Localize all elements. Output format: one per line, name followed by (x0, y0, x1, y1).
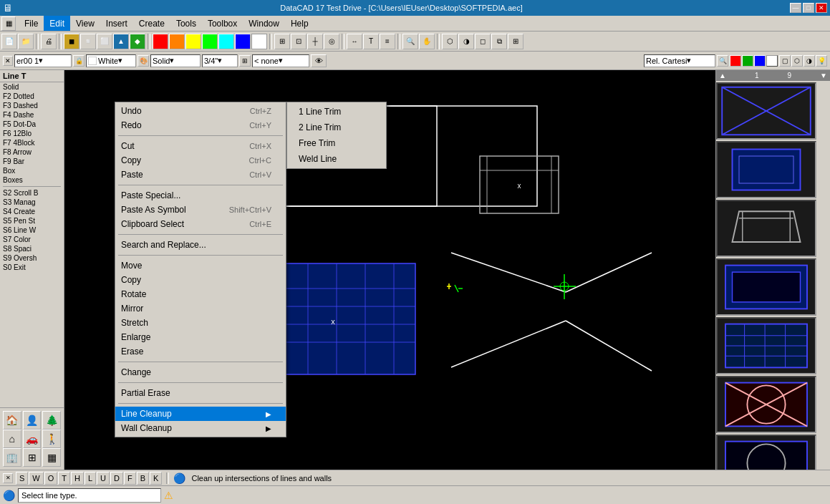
lp-item-s3[interactable]: S3 Manag (0, 198, 64, 207)
lp-item-box[interactable]: Box (0, 166, 64, 175)
rp-thumb-1[interactable] (716, 82, 816, 140)
kbd-o[interactable]: O (44, 472, 58, 485)
menu-search-replace[interactable]: Search and Replace... (115, 238, 286, 252)
tb-grid-btn[interactable]: ⊞ (274, 34, 290, 49)
menu-window[interactable]: Window (243, 16, 285, 31)
person-icon[interactable]: 👤 (23, 411, 42, 430)
tb-color-2[interactable] (169, 34, 185, 49)
kbd-u[interactable]: U (97, 472, 110, 485)
lp-item-s2[interactable]: S2 Scroll B (0, 188, 64, 198)
kbd-h[interactable]: H (71, 472, 84, 485)
tb-btn-1[interactable]: ◼ (64, 34, 79, 49)
block-icon[interactable]: ▦ (42, 448, 61, 467)
3d-view-btn[interactable]: ⬡ (791, 55, 803, 67)
rp-thumb-3[interactable] (716, 200, 816, 257)
rp-thumb-2[interactable] (716, 141, 816, 198)
menu-create[interactable]: Create (133, 16, 170, 31)
menu-copy-1[interactable]: Copy Ctrl+C (115, 153, 286, 168)
tb-color-3[interactable] (185, 34, 201, 49)
menu-paste-special[interactable]: Paste Special... (115, 188, 286, 203)
kbd-t[interactable]: T (58, 472, 70, 485)
tree-icon[interactable]: 🌲 (42, 411, 61, 430)
layer-combo[interactable]: er00 1 ▾ (14, 54, 72, 67)
minimize-btn[interactable]: — (790, 3, 801, 13)
menu-line-cleanup[interactable]: Line Cleanup ▶ (115, 407, 286, 421)
lp-item-solid[interactable]: Solid (0, 82, 64, 92)
sub-free-trim[interactable]: Free Trim (287, 135, 386, 151)
edit-dropdown-menu[interactable]: Undo Ctrl+Z Redo Ctrl+Y Cut Ctrl+X (115, 102, 286, 437)
line-cleanup-submenu[interactable]: 1 Line Trim 2 Line Trim Free Trim Weld L… (286, 102, 387, 169)
kbd-l[interactable]: L (85, 472, 96, 485)
lp-item-f5[interactable]: F5 Dot-Da (0, 120, 64, 129)
tb-btn-3[interactable]: ⬜ (97, 34, 112, 49)
light-btn[interactable]: 💡 (816, 55, 827, 67)
sub-2line-trim[interactable]: 2 Line Trim (287, 120, 386, 135)
pal-4[interactable] (766, 55, 778, 67)
color-combo[interactable]: White ▾ (86, 54, 136, 67)
menu-undo[interactable]: Undo Ctrl+Z (115, 104, 286, 118)
coord-search-btn[interactable]: 🔍 (717, 55, 728, 67)
kbd-f[interactable]: F (124, 472, 136, 485)
car-icon[interactable]: 🚗 (23, 430, 42, 448)
tb-btn-5[interactable]: ◆ (130, 34, 145, 49)
menu-stretch[interactable]: Stretch (115, 316, 286, 330)
menu-cut[interactable]: Cut Ctrl+X (115, 139, 286, 153)
menu-enlarge[interactable]: Enlarge (115, 330, 286, 344)
tb-render-btn[interactable]: ◑ (458, 34, 474, 49)
tb-btn-2[interactable]: ◽ (80, 34, 96, 49)
layer-lock-btn[interactable]: 🔒 (73, 55, 85, 67)
eye-icon[interactable]: 👁 (311, 54, 327, 67)
linescale-btn[interactable]: ⊞ (239, 55, 251, 67)
menu-insert[interactable]: Insert (100, 16, 133, 31)
menu-view[interactable]: View (70, 16, 100, 31)
tb-polar-btn[interactable]: ◎ (324, 34, 339, 49)
render-view-btn[interactable]: ◑ (804, 55, 815, 67)
kbd-k[interactable]: K (150, 472, 162, 485)
kbd-b[interactable]: B (137, 472, 149, 485)
kbd-w[interactable]: W (29, 472, 43, 485)
rp-thumb-7[interactable] (716, 435, 816, 470)
canvas-area[interactable]: x x (64, 70, 715, 470)
lp-item-boxes[interactable]: Boxes (0, 175, 64, 185)
lp-item-f6[interactable]: F6 12Blo (0, 129, 64, 138)
tb-extra-3[interactable]: ⊞ (508, 34, 523, 49)
lp-item-s7[interactable]: S7 Color (0, 235, 64, 244)
lp-item-s4[interactable]: S4 Create (0, 207, 64, 216)
open-btn[interactable]: 📁 (18, 34, 34, 49)
menu-mirror[interactable]: Mirror (115, 301, 286, 316)
color-picker-icon[interactable]: 🎨 (137, 55, 149, 67)
pal-2[interactable] (742, 55, 753, 67)
lp-item-f9[interactable]: F9 Bar (0, 157, 64, 166)
sub-1line-trim[interactable]: 1 Line Trim (287, 104, 386, 120)
build-icon[interactable]: 🏢 (3, 448, 21, 467)
tb-color-5[interactable] (218, 34, 234, 49)
menu-paste-symbol[interactable]: Paste As Symbol Shift+Ctrl+V (115, 203, 286, 217)
person2-icon[interactable]: 🚶 (42, 430, 61, 448)
lp-item-s5[interactable]: S5 Pen St (0, 216, 64, 226)
kbd-d[interactable]: D (110, 472, 123, 485)
menu-erase[interactable]: Erase (115, 344, 286, 359)
lp-item-f3[interactable]: F3 Dashed (0, 101, 64, 110)
menu-paste[interactable]: Paste Ctrl+V (115, 168, 286, 182)
lp-item-f8[interactable]: F8 Arrow (0, 147, 64, 157)
stairs-icon[interactable]: ⌂ (3, 430, 21, 448)
rp-thumb-5[interactable] (716, 317, 816, 374)
menu-help[interactable]: Help (285, 16, 314, 31)
menu-file[interactable]: File (19, 16, 44, 31)
rp-thumb-6[interactable] (716, 376, 816, 433)
new-btn[interactable]: 📄 (1, 34, 17, 49)
tb-dim-btn[interactable]: ↔ (347, 34, 362, 49)
tb-text-btn[interactable]: T (363, 34, 379, 49)
tb-extra-1[interactable]: ◻ (475, 34, 491, 49)
menu-change[interactable]: Change (115, 365, 286, 379)
tb-color-4[interactable] (202, 34, 218, 49)
tb-hatch-btn[interactable]: ≡ (380, 34, 395, 49)
kbd-s[interactable]: S (16, 472, 28, 485)
lp-item-f2[interactable]: F2 Dotted (0, 92, 64, 101)
command-input[interactable] (18, 488, 161, 503)
coord-combo[interactable]: Rel. Cartesi ▾ (644, 54, 715, 67)
close-panel-btn[interactable]: ✕ (3, 56, 13, 66)
tb-btn-4[interactable]: ▲ (113, 34, 129, 49)
rp-scroll-up[interactable]: ▲ (719, 72, 726, 79)
lp-item-s6[interactable]: S6 Line W (0, 226, 64, 235)
